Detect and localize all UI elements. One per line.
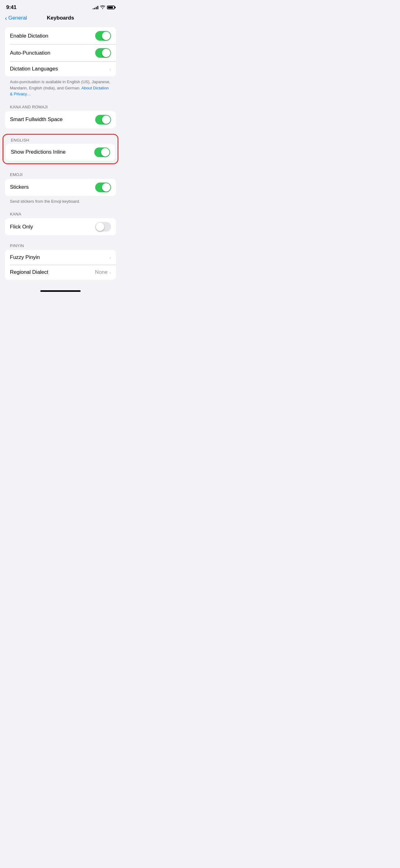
stickers-row[interactable]: Stickers [5,179,116,196]
status-time: 9:41 [6,4,16,10]
signal-bars-icon [93,6,98,9]
flick-only-row[interactable]: Flick Only [5,218,116,235]
dictation-privacy-link[interactable]: About Dictation & Privacy… [10,86,109,97]
pinyin-section-label: PINYIN [0,241,121,250]
stickers-toggle[interactable] [95,183,111,192]
kana-section-label: KANA [0,209,121,218]
auto-punctuation-label: Auto-Punctuation [10,50,50,56]
auto-punctuation-row[interactable]: Auto-Punctuation [5,44,116,61]
pinyin-section: Fuzzy Pinyin › Regional Dialect None › [5,250,116,280]
fuzzy-pinyin-value: › [109,255,111,260]
status-icons [93,5,115,10]
battery-icon [107,6,115,9]
smart-fullwidth-space-toggle[interactable] [95,115,111,124]
wifi-icon [100,5,105,10]
smart-fullwidth-space-row[interactable]: Smart Fullwidth Space [5,111,116,128]
show-predictions-inline-row[interactable]: Show Predictions Inline [6,144,115,161]
fuzzy-pinyin-label: Fuzzy Pinyin [10,254,40,260]
fuzzy-pinyin-row[interactable]: Fuzzy Pinyin › [5,250,116,265]
show-predictions-inline-label: Show Predictions Inline [11,149,66,155]
kana-section: Flick Only [5,218,116,235]
auto-punctuation-toggle[interactable] [95,48,111,58]
english-section-label: ENGLISH [3,136,118,144]
english-section: Show Predictions Inline [6,144,115,161]
stickers-label: Stickers [10,184,29,190]
enable-dictation-row[interactable]: Enable Dictation [5,27,116,44]
kana-romaji-section-label: KANA AND ROMAJI [0,102,121,111]
regional-dialect-value: None › [95,269,111,275]
home-indicator-bar [40,290,80,292]
enable-dictation-toggle[interactable] [95,31,111,41]
dictation-languages-row[interactable]: Dictation Languages › [5,61,116,76]
dictation-section: Enable Dictation Auto-Punctuation Dictat… [5,27,116,76]
flick-only-toggle[interactable] [95,222,111,231]
chevron-left-icon: ‹ [5,15,7,21]
show-predictions-inline-toggle[interactable] [94,148,110,157]
kana-romaji-section: Smart Fullwidth Space [5,111,116,128]
back-button[interactable]: ‹ General [5,15,27,21]
chevron-right-icon: › [109,255,111,260]
dictation-footer: Auto-punctuation is available in English… [0,76,121,102]
regional-dialect-row[interactable]: Regional Dialect None › [5,265,116,280]
nav-bar: ‹ General Keyboards [0,12,121,25]
back-label: General [8,15,27,21]
english-highlighted-section: ENGLISH Show Predictions Inline [2,134,119,164]
emoji-section-label: EMOJI [0,170,121,179]
dictation-languages-label: Dictation Languages [10,66,58,72]
enable-dictation-label: Enable Dictation [10,33,48,39]
flick-only-label: Flick Only [10,224,33,230]
page-title: Keyboards [47,15,74,21]
dictation-languages-value: › [109,66,111,72]
regional-dialect-label: Regional Dialect [10,269,48,275]
regional-dialect-current: None [95,269,108,275]
chevron-right-icon: › [109,270,111,275]
emoji-footer: Send stickers from the Emoji keyboard. [0,196,121,210]
chevron-right-icon: › [109,66,111,72]
emoji-section: Stickers [5,179,116,196]
smart-fullwidth-space-label: Smart Fullwidth Space [10,116,63,123]
status-bar: 9:41 [0,0,121,12]
home-indicator [0,288,121,293]
